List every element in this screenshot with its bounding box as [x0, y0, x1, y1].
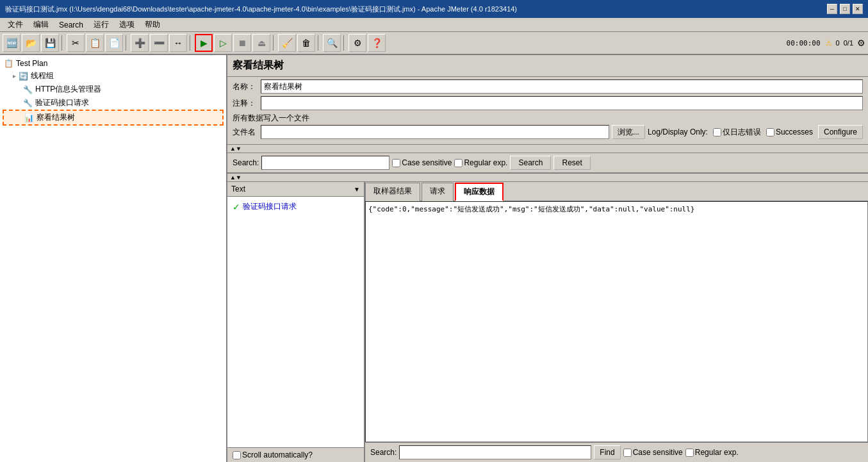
search-bar: Search: Case sensitive Regular exp. Sear…: [227, 153, 868, 173]
title-bar: 验证码接口测试.jmx (I:\Users\dengdai68\Download…: [0, 0, 868, 18]
successes-checkbox[interactable]: [766, 128, 774, 136]
tree-item-thread-group[interactable]: ▸ 🔄 线程组: [3, 69, 224, 83]
reset-button[interactable]: Reset: [553, 156, 590, 170]
tab-response-data[interactable]: 响应数据: [455, 183, 504, 201]
list-header-label: Text: [229, 183, 351, 195]
scroll-check-area: Scroll automatically?: [227, 447, 364, 462]
regex-checkbox[interactable]: [454, 159, 463, 167]
open-button[interactable]: 📂: [22, 34, 40, 52]
name-label: 名称：: [233, 81, 258, 92]
save-button[interactable]: 💾: [41, 34, 59, 52]
tree-panel: 📋 Test Plan ▸ 🔄 线程组 🔧 HTTP信息头管理器 🔧 验证码接口…: [0, 55, 227, 462]
window-controls[interactable]: ─ □ ✕: [827, 4, 863, 14]
menu-options[interactable]: 选项: [114, 18, 140, 31]
filename-label: 文件名: [233, 127, 258, 138]
errors-checkbox[interactable]: [713, 128, 721, 136]
new-button[interactable]: 🆕: [3, 34, 20, 52]
log-display-label: Log/Display Only:: [648, 128, 708, 136]
successes-check[interactable]: Successes: [766, 128, 813, 136]
tree-item-verify-request[interactable]: 🔧 验证码接口请求: [3, 96, 224, 110]
test-counter: 0/1: [844, 39, 853, 47]
search-button[interactable]: Search: [510, 156, 551, 170]
bottom-case-checkbox[interactable]: [623, 449, 632, 457]
menu-help[interactable]: 帮助: [140, 18, 165, 31]
divider-arrows-top[interactable]: ▲▼: [227, 144, 868, 153]
menu-run[interactable]: 运行: [88, 18, 114, 31]
bottom-search-input[interactable]: [399, 445, 591, 459]
warning-icon: ⚠: [826, 39, 832, 47]
divider-arrows-bottom[interactable]: ▲▼: [227, 173, 868, 182]
comment-row: 注释：: [233, 96, 863, 110]
collapse-button[interactable]: ➖: [150, 34, 168, 52]
browse-button[interactable]: 浏览...: [612, 125, 645, 139]
bottom-case-check[interactable]: Case sensitive: [623, 448, 683, 457]
panel-title: 察看结果树: [233, 60, 284, 70]
settings-icon[interactable]: ⚙: [857, 38, 865, 48]
separator-2: [126, 35, 128, 51]
find-button[interactable]: 🔍: [323, 34, 341, 52]
tree-item-http-manager[interactable]: 🔧 HTTP信息头管理器: [3, 83, 224, 96]
errors-check[interactable]: 仅日志错误: [713, 127, 761, 138]
bottom-regex-checkbox[interactable]: [685, 449, 694, 457]
view-results-icon: 📊: [24, 113, 34, 122]
log-options: Log/Display Only: 仅日志错误 Successes Config…: [648, 125, 863, 139]
close-button[interactable]: ✕: [853, 4, 863, 14]
list-item[interactable]: ✓ 验证码接口请求: [230, 199, 361, 214]
tree-item-test-plan[interactable]: 📋 Test Plan: [3, 58, 224, 69]
configure-button[interactable]: Configure: [818, 125, 863, 139]
search-label: Search:: [233, 158, 259, 167]
dropdown-arrow-icon[interactable]: ▼: [351, 185, 363, 194]
bottom-search-label: Search:: [370, 448, 397, 457]
menu-file[interactable]: 文件: [3, 18, 28, 31]
comment-input[interactable]: [261, 96, 863, 110]
case-sensitive-checkbox[interactable]: [392, 159, 400, 167]
regex-check[interactable]: Regular exp.: [454, 158, 507, 167]
stop-button[interactable]: ⏹: [233, 34, 251, 52]
copy-button[interactable]: 📋: [86, 34, 104, 52]
clear-all-button[interactable]: 🗑: [297, 34, 315, 52]
help-button[interactable]: ❓: [368, 34, 386, 52]
find-button[interactable]: Find: [594, 445, 620, 459]
menu-bar: 文件 编辑 Search 运行 选项 帮助: [0, 18, 868, 32]
expand-button[interactable]: ➕: [131, 34, 149, 52]
tab-content-area: {"code":0,"message":"短信发送成功","msg":"短信发送…: [365, 201, 868, 442]
tabs-header: 取样器结果 请求 响应数据: [365, 182, 868, 201]
list-header: Text ▼: [227, 182, 364, 197]
warning-count: 0: [836, 39, 840, 47]
separator-6: [343, 35, 346, 51]
clear-button[interactable]: 🧹: [278, 34, 296, 52]
bottom-regex-check[interactable]: Regular exp.: [685, 448, 739, 457]
function-button[interactable]: ⚙: [348, 34, 366, 52]
maximize-button[interactable]: □: [840, 4, 850, 14]
file-section-label: 所有数据写入一个文件: [233, 113, 863, 124]
tabs-panel: 取样器结果 请求 响应数据 {"code":0,"message":"短信发送成…: [365, 182, 868, 462]
search-input[interactable]: [261, 156, 389, 170]
expand-icon: ▸: [13, 72, 16, 79]
list-panel: Text ▼ ✓ 验证码接口请求 Scroll automatically?: [227, 182, 365, 462]
start-button[interactable]: ▶: [195, 34, 213, 52]
separator-3: [190, 35, 192, 51]
http-manager-icon: 🔧: [23, 85, 33, 94]
window-title: 验证码接口测试.jmx (I:\Users\dengdai68\Download…: [5, 4, 517, 14]
cut-button[interactable]: ✂: [67, 34, 85, 52]
shutdown-button[interactable]: ⏏: [252, 34, 270, 52]
name-row: 名称：: [233, 79, 863, 94]
filename-input[interactable]: [261, 125, 609, 139]
start-no-pause-button[interactable]: ▷: [214, 34, 232, 52]
response-content: {"code":0,"message":"短信发送成功","msg":"短信发送…: [368, 205, 695, 213]
paste-button[interactable]: 📄: [105, 34, 123, 52]
menu-search[interactable]: Search: [54, 19, 88, 31]
scroll-auto-checkbox[interactable]: [233, 451, 241, 459]
tab-request[interactable]: 请求: [422, 183, 454, 201]
name-input[interactable]: [261, 79, 863, 94]
tree-item-view-results[interactable]: 📊 察看结果树: [3, 110, 224, 126]
minimize-button[interactable]: ─: [827, 4, 837, 14]
elapsed-time: 00:00:00: [787, 39, 821, 47]
case-sensitive-check[interactable]: Case sensitive: [392, 158, 452, 167]
menu-edit[interactable]: 编辑: [28, 18, 54, 31]
scroll-auto-check[interactable]: Scroll automatically?: [233, 450, 313, 459]
verify-request-icon: 🔧: [23, 99, 33, 108]
move-button[interactable]: ↔: [169, 34, 187, 52]
tab-sampler-result[interactable]: 取样器结果: [365, 183, 420, 201]
separator-5: [318, 35, 320, 51]
